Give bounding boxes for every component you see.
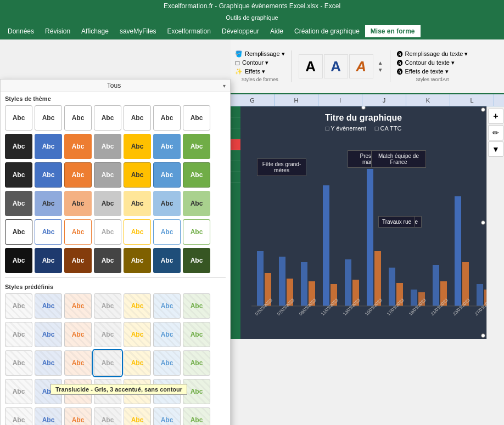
style-cell[interactable]: Abc bbox=[64, 162, 92, 188]
style-cell[interactable]: Abc bbox=[124, 219, 151, 245]
tab-developpeur[interactable]: Développeur bbox=[216, 25, 265, 37]
predef-style-cell[interactable]: Abc bbox=[5, 322, 32, 347]
predef-style-cell[interactable]: Abc bbox=[124, 350, 151, 376]
predef-style-cell[interactable]: Abc bbox=[64, 322, 92, 347]
tab-creation-graphique[interactable]: Création de graphique bbox=[289, 25, 365, 37]
contour-texte-button[interactable]: 🅐 Contour du texte ▾ bbox=[397, 59, 468, 66]
style-cell[interactable]: Abc bbox=[35, 248, 62, 273]
style-cell[interactable]: Abc bbox=[183, 105, 210, 131]
tab-savemyfiles[interactable]: saveMyFiles bbox=[114, 25, 162, 37]
style-cell[interactable]: Abc bbox=[94, 219, 121, 245]
style-cell[interactable]: Abc bbox=[183, 219, 210, 245]
tab-revision[interactable]: Révision bbox=[40, 25, 76, 37]
predef-style-cell[interactable]: Abc bbox=[94, 407, 121, 425]
style-cell[interactable]: Abc bbox=[183, 248, 210, 273]
wordart-style3[interactable]: A bbox=[349, 54, 373, 78]
predef-style-cell[interactable]: Abc bbox=[153, 407, 181, 425]
style-cell[interactable]: Abc bbox=[64, 105, 92, 131]
tab-aide[interactable]: Aide bbox=[265, 25, 289, 37]
style-cell[interactable]: Abc bbox=[124, 191, 151, 216]
wordart-style2[interactable]: A bbox=[324, 54, 348, 78]
style-cell[interactable]: Abc bbox=[5, 191, 32, 216]
remplissage-texte-button[interactable]: 🅐 Remplissage du texte ▾ bbox=[397, 50, 468, 58]
predef-style-cell[interactable]: Abc bbox=[5, 407, 32, 425]
predef-style-cell[interactable]: Abc bbox=[35, 322, 62, 347]
predef-style-cell[interactable]: Abc bbox=[124, 293, 151, 319]
style-cell[interactable]: Abc bbox=[94, 162, 121, 188]
style-cell[interactable]: Abc bbox=[153, 162, 181, 188]
predef-style-cell[interactable]: Abc bbox=[183, 322, 210, 347]
remplissage-button[interactable]: 🪣 Remplissage ▾ bbox=[235, 50, 285, 58]
style-cell[interactable]: Abc bbox=[5, 162, 32, 188]
style-cell[interactable]: Abc bbox=[183, 162, 210, 188]
style-cell[interactable]: Abc bbox=[124, 134, 151, 159]
predef-style-cell[interactable]: Abc bbox=[64, 293, 92, 319]
style-cell[interactable]: Abc bbox=[153, 134, 181, 159]
style-cell[interactable]: Abc bbox=[5, 105, 32, 131]
predef-style-cell[interactable]: Abc bbox=[183, 350, 210, 376]
predef-style-cell[interactable]: Abc bbox=[124, 379, 151, 404]
style-cell[interactable]: Abc bbox=[124, 105, 151, 131]
style-cell[interactable]: Abc bbox=[5, 134, 32, 159]
predef-style-cell[interactable]: Abc bbox=[183, 379, 210, 404]
predef-style-cell[interactable]: Abc bbox=[64, 350, 92, 376]
style-cell[interactable]: Abc bbox=[94, 134, 121, 159]
style-cell[interactable]: Abc bbox=[124, 162, 151, 188]
tab-affichage[interactable]: Affichage bbox=[76, 25, 114, 37]
wordart-style1[interactable]: A bbox=[299, 54, 323, 78]
resize-handle-right[interactable] bbox=[481, 220, 485, 225]
predef-style-cell[interactable]: Abc bbox=[183, 407, 210, 425]
style-cell[interactable]: Abc bbox=[183, 191, 210, 216]
predef-style-cell[interactable]: Abc bbox=[124, 407, 151, 425]
contour-button[interactable]: ◻ Contour ▾ bbox=[235, 59, 285, 66]
resize-handle-bottomright[interactable] bbox=[481, 333, 485, 338]
style-cell[interactable]: Abc bbox=[183, 134, 210, 159]
style-cell[interactable]: Abc bbox=[5, 219, 32, 245]
predef-style-cell[interactable]: Abc bbox=[124, 322, 151, 347]
predef-style-cell[interactable]: AbcTranslucide - Gris, 3 accentué, sans … bbox=[94, 350, 121, 376]
effets-texte-button[interactable]: 🅐 Effets de texte ▾ bbox=[397, 68, 468, 75]
predef-style-cell[interactable]: Abc bbox=[35, 293, 62, 319]
style-cell[interactable]: Abc bbox=[35, 134, 62, 159]
predef-style-cell[interactable]: Abc bbox=[5, 293, 32, 319]
predef-style-cell[interactable]: Abc bbox=[94, 379, 121, 404]
predef-style-cell[interactable]: Abc bbox=[35, 350, 62, 376]
tab-donnees[interactable]: Données bbox=[2, 25, 40, 37]
predef-style-cell[interactable]: Abc bbox=[35, 379, 62, 404]
predef-style-cell[interactable]: Abc bbox=[64, 379, 92, 404]
resize-handle-topright[interactable] bbox=[481, 107, 485, 112]
add-element-button[interactable]: + bbox=[488, 109, 503, 124]
dropdown-arrow-icon[interactable]: ▾ bbox=[223, 83, 226, 89]
predef-style-cell[interactable]: Abc bbox=[5, 350, 32, 376]
style-cell[interactable]: Abc bbox=[94, 248, 121, 273]
predef-style-cell[interactable]: Abc bbox=[153, 350, 181, 376]
style-cell[interactable]: Abc bbox=[35, 162, 62, 188]
style-cell[interactable]: Abc bbox=[5, 248, 32, 273]
style-cell[interactable]: Abc bbox=[35, 105, 62, 131]
predef-style-cell[interactable]: Abc bbox=[94, 322, 121, 347]
edit-button[interactable]: ✏ bbox=[488, 125, 503, 140]
style-cell[interactable]: Abc bbox=[64, 134, 92, 159]
predef-style-cell[interactable]: Abc bbox=[153, 293, 181, 319]
style-cell[interactable]: Abc bbox=[64, 219, 92, 245]
filter-button[interactable]: ▼ bbox=[488, 141, 503, 157]
predef-style-cell[interactable]: Abc bbox=[153, 379, 181, 404]
style-cell[interactable]: Abc bbox=[94, 105, 121, 131]
style-cell[interactable]: Abc bbox=[153, 248, 181, 273]
style-cell[interactable]: Abc bbox=[153, 105, 181, 131]
style-cell[interactable]: Abc bbox=[153, 219, 181, 245]
style-cell[interactable]: Abc bbox=[64, 248, 92, 273]
predef-style-cell[interactable]: Abc bbox=[153, 322, 181, 347]
style-cell[interactable]: Abc bbox=[124, 248, 151, 273]
predef-style-cell[interactable]: Abc bbox=[183, 293, 210, 319]
style-cell[interactable]: Abc bbox=[35, 219, 62, 245]
style-cell[interactable]: Abc bbox=[35, 191, 62, 216]
effets-button[interactable]: ✨ Effets ▾ bbox=[235, 68, 285, 75]
style-cell[interactable]: Abc bbox=[153, 191, 181, 216]
predef-style-cell[interactable]: Abc bbox=[64, 407, 92, 425]
style-cell[interactable]: Abc bbox=[94, 191, 121, 216]
predef-style-cell[interactable]: Abc bbox=[35, 407, 62, 425]
predef-style-cell[interactable]: Abc bbox=[5, 379, 32, 404]
tab-excelformation[interactable]: Excelformation bbox=[162, 25, 216, 37]
predef-style-cell[interactable]: Abc bbox=[94, 293, 121, 319]
